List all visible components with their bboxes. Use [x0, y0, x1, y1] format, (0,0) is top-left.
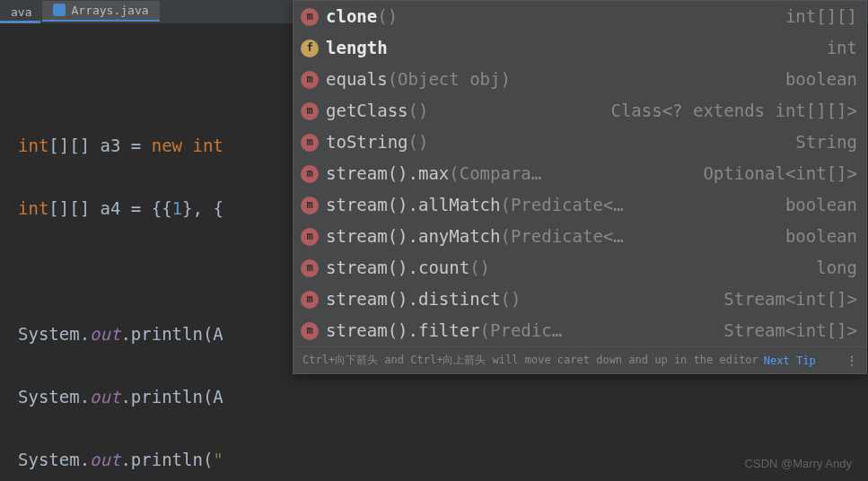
item-return-type: Stream<int[]> [723, 319, 857, 342]
method-icon: m [301, 134, 319, 152]
method-icon: m [301, 322, 319, 340]
item-params: () [469, 257, 490, 279]
code-line: System.out.println(A [18, 381, 868, 413]
autocomplete-item[interactable]: mgetClass()Class<? extends int[][]> [294, 95, 866, 127]
item-name: stream().filter [326, 319, 480, 342]
item-params: () [377, 5, 398, 28]
autocomplete-item[interactable]: mequals(Object obj)boolean [294, 64, 866, 95]
tab-file-0[interactable]: ava [0, 3, 42, 22]
code-line: System.out.println(" [18, 444, 868, 476]
item-return-type: Optional<int[]> [703, 162, 857, 185]
hint-text: Ctrl+向下箭头 and Ctrl+向上箭头 will move caret … [302, 353, 758, 368]
item-return-type: int [827, 37, 857, 59]
item-return-type: boolean [785, 225, 857, 248]
item-name: stream().max [326, 162, 449, 185]
item-params: (Predic… [480, 319, 563, 342]
autocomplete-item[interactable]: mstream().count()long [294, 252, 866, 284]
item-params: (Predicate<… [500, 194, 623, 216]
item-params: () [408, 131, 429, 153]
item-name: stream().anyMatch [326, 225, 500, 248]
item-name: length [326, 37, 388, 59]
item-name: toString [326, 131, 408, 153]
field-icon: f [301, 39, 319, 57]
item-return-type: boolean [785, 68, 857, 91]
tab-label: ava [11, 5, 31, 19]
item-return-type: boolean [785, 194, 857, 216]
item-return-type: Class<? extends int[][]> [610, 100, 857, 122]
autocomplete-item[interactable]: flengthint [294, 32, 866, 64]
method-icon: m [301, 291, 319, 309]
item-name: equals [326, 68, 388, 91]
method-icon: m [301, 102, 319, 120]
popup-hint: Ctrl+向下箭头 and Ctrl+向上箭头 will move caret … [294, 346, 866, 373]
item-params: (Predicate<… [500, 225, 623, 248]
next-tip-link[interactable]: Next Tip [764, 354, 816, 367]
method-icon: m [301, 259, 319, 277]
autocomplete-item[interactable]: mtoString()String [294, 127, 866, 158]
item-name: clone [326, 5, 377, 28]
more-icon[interactable]: ⋮ [846, 354, 857, 367]
method-icon: m [301, 165, 319, 183]
tab-file-arrays[interactable]: Arrays.java [42, 1, 159, 22]
item-name: stream().allMatch [326, 194, 500, 216]
item-return-type: long [816, 257, 857, 279]
autocomplete-item[interactable]: mstream().anyMatch(Predicate<…boolean [294, 221, 866, 252]
autocomplete-popup: mclone()int[][]flengthintmequals(Object … [293, 0, 867, 374]
item-params: () [408, 100, 429, 122]
item-params: () [500, 288, 521, 310]
item-return-type: String [795, 131, 857, 153]
item-name: stream().distinct [326, 288, 500, 310]
autocomplete-item[interactable]: mstream().max(Compara…Optional<int[]> [294, 158, 866, 189]
item-params: (Object obj) [388, 68, 511, 91]
java-icon [53, 4, 66, 16]
method-icon: m [301, 228, 319, 246]
watermark: CSDN @Marry Andy [745, 457, 852, 470]
method-icon: m [301, 8, 319, 26]
autocomplete-item[interactable]: mstream().distinct()Stream<int[]> [294, 284, 866, 315]
autocomplete-item[interactable]: mstream().allMatch(Predicate<…boolean [294, 189, 866, 221]
item-return-type: Stream<int[]> [723, 288, 857, 310]
method-icon: m [301, 197, 319, 214]
item-return-type: int[][] [785, 5, 857, 28]
item-name: stream().count [326, 257, 469, 279]
item-name: getClass [326, 100, 408, 122]
tab-label: Arrays.java [71, 4, 148, 17]
autocomplete-item[interactable]: mstream().filter(Predic…Stream<int[]> [294, 315, 866, 346]
method-icon: m [301, 71, 319, 89]
autocomplete-item[interactable]: mclone()int[][] [294, 1, 866, 32]
item-params: (Compara… [449, 162, 541, 185]
